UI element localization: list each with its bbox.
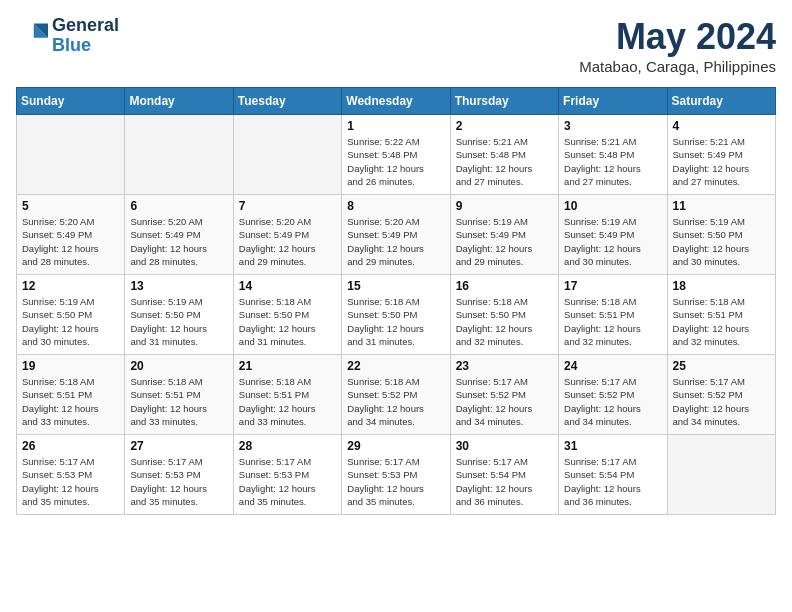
calendar-cell: 31Sunrise: 5:17 AM Sunset: 5:54 PM Dayli… — [559, 435, 667, 515]
day-header-tuesday: Tuesday — [233, 88, 341, 115]
calendar-cell: 29Sunrise: 5:17 AM Sunset: 5:53 PM Dayli… — [342, 435, 450, 515]
day-info: Sunrise: 5:17 AM Sunset: 5:53 PM Dayligh… — [22, 455, 119, 508]
day-number: 26 — [22, 439, 119, 453]
day-info: Sunrise: 5:18 AM Sunset: 5:50 PM Dayligh… — [239, 295, 336, 348]
logo-icon — [16, 20, 48, 52]
day-number: 16 — [456, 279, 553, 293]
day-info: Sunrise: 5:18 AM Sunset: 5:51 PM Dayligh… — [130, 375, 227, 428]
day-info: Sunrise: 5:17 AM Sunset: 5:52 PM Dayligh… — [673, 375, 770, 428]
calendar-cell: 27Sunrise: 5:17 AM Sunset: 5:53 PM Dayli… — [125, 435, 233, 515]
calendar-cell — [17, 115, 125, 195]
calendar-cell: 8Sunrise: 5:20 AM Sunset: 5:49 PM Daylig… — [342, 195, 450, 275]
day-number: 25 — [673, 359, 770, 373]
calendar-cell: 30Sunrise: 5:17 AM Sunset: 5:54 PM Dayli… — [450, 435, 558, 515]
day-info: Sunrise: 5:17 AM Sunset: 5:53 PM Dayligh… — [239, 455, 336, 508]
day-info: Sunrise: 5:18 AM Sunset: 5:52 PM Dayligh… — [347, 375, 444, 428]
day-number: 22 — [347, 359, 444, 373]
day-info: Sunrise: 5:18 AM Sunset: 5:50 PM Dayligh… — [456, 295, 553, 348]
day-number: 24 — [564, 359, 661, 373]
calendar-cell: 13Sunrise: 5:19 AM Sunset: 5:50 PM Dayli… — [125, 275, 233, 355]
day-info: Sunrise: 5:18 AM Sunset: 5:51 PM Dayligh… — [564, 295, 661, 348]
logo: General Blue — [16, 16, 119, 56]
day-header-monday: Monday — [125, 88, 233, 115]
day-number: 6 — [130, 199, 227, 213]
day-number: 1 — [347, 119, 444, 133]
day-info: Sunrise: 5:18 AM Sunset: 5:50 PM Dayligh… — [347, 295, 444, 348]
calendar-cell: 15Sunrise: 5:18 AM Sunset: 5:50 PM Dayli… — [342, 275, 450, 355]
calendar-cell: 23Sunrise: 5:17 AM Sunset: 5:52 PM Dayli… — [450, 355, 558, 435]
day-info: Sunrise: 5:18 AM Sunset: 5:51 PM Dayligh… — [239, 375, 336, 428]
header-row: SundayMondayTuesdayWednesdayThursdayFrid… — [17, 88, 776, 115]
day-number: 8 — [347, 199, 444, 213]
day-header-friday: Friday — [559, 88, 667, 115]
day-info: Sunrise: 5:17 AM Sunset: 5:53 PM Dayligh… — [130, 455, 227, 508]
day-header-wednesday: Wednesday — [342, 88, 450, 115]
day-info: Sunrise: 5:19 AM Sunset: 5:50 PM Dayligh… — [22, 295, 119, 348]
calendar-cell: 5Sunrise: 5:20 AM Sunset: 5:49 PM Daylig… — [17, 195, 125, 275]
week-row-5: 26Sunrise: 5:17 AM Sunset: 5:53 PM Dayli… — [17, 435, 776, 515]
day-number: 5 — [22, 199, 119, 213]
day-info: Sunrise: 5:21 AM Sunset: 5:48 PM Dayligh… — [564, 135, 661, 188]
day-info: Sunrise: 5:20 AM Sunset: 5:49 PM Dayligh… — [347, 215, 444, 268]
page-header: General Blue May 2024 Matabao, Caraga, P… — [16, 16, 776, 75]
month-title: May 2024 — [579, 16, 776, 58]
day-number: 7 — [239, 199, 336, 213]
calendar-cell: 17Sunrise: 5:18 AM Sunset: 5:51 PM Dayli… — [559, 275, 667, 355]
day-number: 11 — [673, 199, 770, 213]
day-number: 12 — [22, 279, 119, 293]
day-header-thursday: Thursday — [450, 88, 558, 115]
day-number: 31 — [564, 439, 661, 453]
day-info: Sunrise: 5:20 AM Sunset: 5:49 PM Dayligh… — [130, 215, 227, 268]
calendar-cell: 28Sunrise: 5:17 AM Sunset: 5:53 PM Dayli… — [233, 435, 341, 515]
day-number: 28 — [239, 439, 336, 453]
day-header-sunday: Sunday — [17, 88, 125, 115]
day-header-saturday: Saturday — [667, 88, 775, 115]
day-number: 4 — [673, 119, 770, 133]
day-number: 21 — [239, 359, 336, 373]
day-number: 27 — [130, 439, 227, 453]
calendar-cell: 14Sunrise: 5:18 AM Sunset: 5:50 PM Dayli… — [233, 275, 341, 355]
day-info: Sunrise: 5:19 AM Sunset: 5:49 PM Dayligh… — [564, 215, 661, 268]
week-row-4: 19Sunrise: 5:18 AM Sunset: 5:51 PM Dayli… — [17, 355, 776, 435]
day-number: 13 — [130, 279, 227, 293]
day-info: Sunrise: 5:17 AM Sunset: 5:52 PM Dayligh… — [456, 375, 553, 428]
calendar-cell — [125, 115, 233, 195]
calendar-cell: 3Sunrise: 5:21 AM Sunset: 5:48 PM Daylig… — [559, 115, 667, 195]
calendar-cell: 6Sunrise: 5:20 AM Sunset: 5:49 PM Daylig… — [125, 195, 233, 275]
calendar-cell — [233, 115, 341, 195]
calendar-cell: 19Sunrise: 5:18 AM Sunset: 5:51 PM Dayli… — [17, 355, 125, 435]
calendar-cell: 1Sunrise: 5:22 AM Sunset: 5:48 PM Daylig… — [342, 115, 450, 195]
day-info: Sunrise: 5:21 AM Sunset: 5:49 PM Dayligh… — [673, 135, 770, 188]
calendar-cell: 26Sunrise: 5:17 AM Sunset: 5:53 PM Dayli… — [17, 435, 125, 515]
week-row-3: 12Sunrise: 5:19 AM Sunset: 5:50 PM Dayli… — [17, 275, 776, 355]
day-info: Sunrise: 5:18 AM Sunset: 5:51 PM Dayligh… — [22, 375, 119, 428]
week-row-1: 1Sunrise: 5:22 AM Sunset: 5:48 PM Daylig… — [17, 115, 776, 195]
logo-text-general: General — [52, 16, 119, 36]
calendar-body: 1Sunrise: 5:22 AM Sunset: 5:48 PM Daylig… — [17, 115, 776, 515]
day-number: 2 — [456, 119, 553, 133]
day-info: Sunrise: 5:17 AM Sunset: 5:54 PM Dayligh… — [456, 455, 553, 508]
calendar-cell — [667, 435, 775, 515]
day-number: 9 — [456, 199, 553, 213]
calendar-cell: 11Sunrise: 5:19 AM Sunset: 5:50 PM Dayli… — [667, 195, 775, 275]
day-info: Sunrise: 5:19 AM Sunset: 5:50 PM Dayligh… — [130, 295, 227, 348]
day-info: Sunrise: 5:19 AM Sunset: 5:49 PM Dayligh… — [456, 215, 553, 268]
day-number: 14 — [239, 279, 336, 293]
logo-text-blue: Blue — [52, 36, 119, 56]
day-info: Sunrise: 5:17 AM Sunset: 5:53 PM Dayligh… — [347, 455, 444, 508]
day-number: 29 — [347, 439, 444, 453]
day-number: 30 — [456, 439, 553, 453]
day-number: 10 — [564, 199, 661, 213]
calendar-cell: 25Sunrise: 5:17 AM Sunset: 5:52 PM Dayli… — [667, 355, 775, 435]
calendar-cell: 16Sunrise: 5:18 AM Sunset: 5:50 PM Dayli… — [450, 275, 558, 355]
day-info: Sunrise: 5:20 AM Sunset: 5:49 PM Dayligh… — [22, 215, 119, 268]
calendar-cell: 22Sunrise: 5:18 AM Sunset: 5:52 PM Dayli… — [342, 355, 450, 435]
day-info: Sunrise: 5:22 AM Sunset: 5:48 PM Dayligh… — [347, 135, 444, 188]
location: Matabao, Caraga, Philippines — [579, 58, 776, 75]
calendar-cell: 24Sunrise: 5:17 AM Sunset: 5:52 PM Dayli… — [559, 355, 667, 435]
calendar-cell: 9Sunrise: 5:19 AM Sunset: 5:49 PM Daylig… — [450, 195, 558, 275]
day-number: 20 — [130, 359, 227, 373]
day-info: Sunrise: 5:21 AM Sunset: 5:48 PM Dayligh… — [456, 135, 553, 188]
calendar-cell: 18Sunrise: 5:18 AM Sunset: 5:51 PM Dayli… — [667, 275, 775, 355]
title-block: May 2024 Matabao, Caraga, Philippines — [579, 16, 776, 75]
